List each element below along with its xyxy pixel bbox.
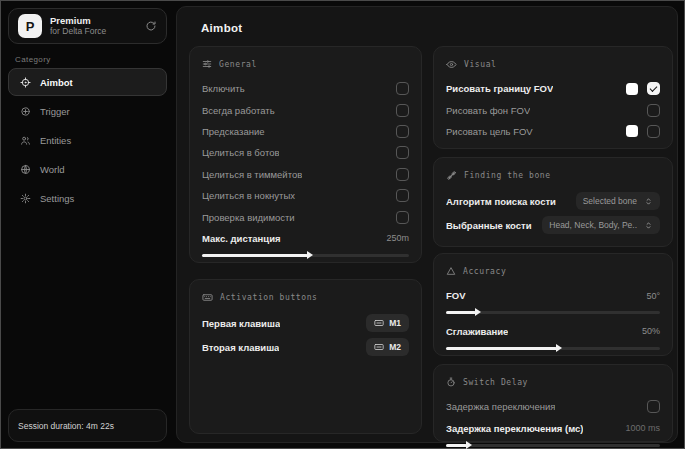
trigger-icon bbox=[20, 106, 31, 117]
switch-delay-header: Switch Delay bbox=[446, 375, 660, 389]
visual-controls bbox=[626, 82, 660, 95]
setting-label: Всегда работать bbox=[202, 105, 275, 116]
switch-delay-checkbox[interactable] bbox=[647, 400, 660, 413]
main-panel: Aimbot General Включить Всегда работать … bbox=[176, 6, 678, 443]
slider-label-row: FOV 50° bbox=[446, 285, 660, 306]
visibility-check-checkbox[interactable] bbox=[396, 211, 409, 224]
page-title: Aimbot bbox=[201, 22, 242, 34]
unfold-icon bbox=[644, 197, 653, 206]
enable-checkbox[interactable] bbox=[396, 82, 409, 95]
first-key-value: M1 bbox=[389, 318, 401, 328]
slider-fill bbox=[446, 444, 467, 447]
fov-slider-label: FOV bbox=[446, 290, 466, 301]
keybind-row: Вторая клавиша M2 bbox=[202, 335, 409, 359]
fov-target-color-swatch[interactable] bbox=[626, 125, 638, 137]
eye-icon bbox=[446, 59, 457, 70]
accuracy-header-label: Accuracy bbox=[463, 267, 506, 276]
switch-delay-row: Задержка переключения bbox=[446, 396, 660, 417]
target-teammates-checkbox[interactable] bbox=[396, 168, 409, 181]
session-duration-card: Session duration: 4m 22s bbox=[8, 409, 167, 442]
setting-row: Предсказание bbox=[202, 121, 409, 142]
bone-header-label: Finding the bone bbox=[464, 171, 551, 180]
brand-name: Premium bbox=[50, 16, 137, 27]
smoothing-slider-value: 50% bbox=[642, 326, 660, 336]
max-distance-value: 250m bbox=[386, 233, 409, 243]
setting-label: Целиться в тиммейтов bbox=[202, 169, 302, 180]
sidebar-item-aimbot[interactable]: Aimbot bbox=[8, 68, 167, 96]
crosshair-icon bbox=[20, 77, 31, 88]
general-header-label: General bbox=[219, 60, 257, 69]
sidebar-item-entities[interactable]: Entities bbox=[8, 126, 167, 154]
fov-border-color-swatch[interactable] bbox=[626, 83, 638, 95]
always-work-checkbox[interactable] bbox=[396, 104, 409, 117]
sidebar-item-trigger[interactable]: Trigger bbox=[8, 97, 167, 125]
setting-row: Целиться в нокнутых bbox=[202, 185, 409, 206]
fov-border-label: Рисовать границу FOV bbox=[446, 83, 553, 94]
premium-card: P Premium for Delta Force bbox=[8, 8, 167, 44]
setting-row: Включить bbox=[202, 78, 409, 99]
target-bots-checkbox[interactable] bbox=[396, 146, 409, 159]
sidebar-item-label: Settings bbox=[40, 193, 74, 204]
fov-background-checkbox[interactable] bbox=[647, 104, 660, 117]
max-distance-label: Макс. дистанция bbox=[202, 233, 281, 244]
second-key-button[interactable]: M2 bbox=[366, 338, 409, 356]
second-key-label: Вторая клавиша bbox=[202, 342, 279, 353]
sidebar-item-settings[interactable]: Settings bbox=[8, 184, 167, 212]
prediction-checkbox[interactable] bbox=[396, 125, 409, 138]
bone-row: Алгоритм поиска кости Selected bone bbox=[446, 189, 660, 213]
general-card: General Включить Всегда работать Предска… bbox=[189, 46, 422, 263]
first-key-label: Первая клавиша bbox=[202, 318, 280, 329]
visual-row: Рисовать цель FOV bbox=[446, 121, 660, 142]
selected-bones-value: Head, Neck, Body, Pe.. bbox=[549, 220, 637, 230]
selected-bones-label: Выбранные кости bbox=[446, 220, 532, 231]
smoothing-slider-label: Сглаживание bbox=[446, 326, 508, 337]
selected-bones-select[interactable]: Head, Neck, Body, Pe.. bbox=[542, 216, 660, 234]
refresh-icon[interactable] bbox=[145, 20, 157, 32]
setting-row: Проверка видимости bbox=[202, 206, 409, 227]
target-knocked-checkbox[interactable] bbox=[396, 189, 409, 202]
visual-row: Рисовать границу FOV bbox=[446, 78, 660, 99]
setting-label: Предсказание bbox=[202, 126, 265, 137]
fov-target-label: Рисовать цель FOV bbox=[446, 126, 533, 137]
keybind-row: Первая клавиша M1 bbox=[202, 311, 409, 335]
fov-slider[interactable] bbox=[446, 311, 660, 314]
visual-controls bbox=[626, 125, 660, 138]
visual-header: Visual bbox=[446, 57, 660, 71]
visual-controls bbox=[647, 104, 660, 117]
bone-algorithm-value: Selected bone bbox=[583, 196, 637, 206]
triangle-icon bbox=[446, 266, 456, 276]
session-duration-text: Session duration: 4m 22s bbox=[18, 421, 114, 431]
fov-background-label: Рисовать фон FOV bbox=[446, 105, 530, 116]
sidebar-item-label: Entities bbox=[40, 135, 71, 146]
sidebar-item-label: World bbox=[40, 164, 65, 175]
category-label: Category bbox=[15, 55, 51, 64]
first-key-button[interactable]: M1 bbox=[366, 314, 409, 332]
max-distance-slider[interactable] bbox=[202, 254, 409, 257]
key-icon bbox=[374, 342, 384, 352]
stopwatch-icon bbox=[446, 377, 456, 387]
setting-label: Целиться в нокнутых bbox=[202, 190, 295, 201]
brand-subtitle: for Delta Force bbox=[50, 27, 137, 37]
switch-delay-ms-value: 1000 ms bbox=[625, 423, 660, 433]
switch-delay-slider[interactable] bbox=[446, 444, 660, 447]
switch-delay-toggle-label: Задержка переключения bbox=[446, 401, 555, 412]
sidebar-item-world[interactable]: World bbox=[8, 155, 167, 183]
sidebar-item-label: Trigger bbox=[40, 106, 70, 117]
slider-label-row: Задержка переключения (мс) 1000 ms bbox=[446, 417, 660, 438]
switch-delay-header-label: Switch Delay bbox=[463, 378, 528, 387]
smoothing-slider[interactable] bbox=[446, 347, 660, 350]
bone-icon bbox=[446, 170, 457, 181]
fov-target-checkbox[interactable] bbox=[647, 125, 660, 138]
activation-card: Activation buttons Первая клавиша M1 Вто… bbox=[189, 279, 422, 434]
app-window: { "brand": { "logo_letter": "P", "name":… bbox=[0, 0, 685, 449]
sidebar: P Premium for Delta Force Category Aimbo… bbox=[0, 0, 176, 449]
slider-label-row: Сглаживание 50% bbox=[446, 320, 660, 341]
setting-label: Проверка видимости bbox=[202, 212, 295, 223]
fov-border-checkbox[interactable] bbox=[647, 82, 660, 95]
switch-delay-ms-label: Задержка переключения (мс) bbox=[446, 423, 583, 434]
setting-row: Всегда работать bbox=[202, 99, 409, 120]
sidebar-item-label: Aimbot bbox=[40, 77, 73, 88]
sliders-icon bbox=[202, 59, 212, 69]
bone-algorithm-select[interactable]: Selected bone bbox=[576, 192, 660, 210]
accuracy-card: Accuracy FOV 50° Сглаживание 50% bbox=[433, 253, 673, 356]
